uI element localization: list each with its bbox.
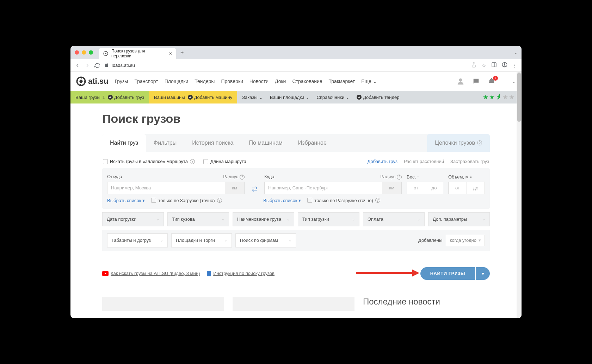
add-load-button[interactable]: +Добавить груз <box>108 95 144 100</box>
filter-dimensions[interactable]: Габариты и догруз⌄ <box>107 233 168 247</box>
filter-payment[interactable]: Оплата⌄ <box>363 212 425 226</box>
your-trucks-link[interactable]: Ваши машины <box>154 95 185 100</box>
close-window-button[interactable] <box>75 50 79 55</box>
volume-to-input[interactable] <box>467 182 485 194</box>
guide-link[interactable]: Инструкция по поиску грузов <box>207 271 275 276</box>
minimize-window-button[interactable] <box>82 50 86 55</box>
tab-favorites[interactable]: Избранное <box>290 134 334 152</box>
from-radius-input[interactable] <box>225 182 245 194</box>
star-off-icon: ★ <box>509 93 514 101</box>
chat-icon[interactable] <box>472 77 480 85</box>
svg-point-7 <box>459 79 462 82</box>
filter-load-date[interactable]: Дата погрузки⌄ <box>102 212 164 226</box>
weight-to-input[interactable] <box>425 182 443 194</box>
added-when-select[interactable]: когда угодно ▾ <box>446 235 485 246</box>
tab-find-load[interactable]: Найти груз <box>102 134 146 152</box>
site-header: ati.su Грузы Транспорт Площадки Тендеры … <box>70 72 522 91</box>
help-icon: ? <box>375 198 380 203</box>
header-actions: 7 ⌄ <box>457 77 516 85</box>
back-button[interactable] <box>75 63 80 68</box>
dirs-dropdown[interactable]: Справочники ⌄ <box>316 95 350 100</box>
address-field[interactable]: loads.ati.su <box>104 63 467 68</box>
nav-docs[interactable]: Доки <box>275 79 286 84</box>
page-title: Поиск грузов <box>102 112 490 126</box>
nav-sites[interactable]: Площадки <box>165 79 189 84</box>
main-nav: Грузы Транспорт Площадки Тендеры Проверк… <box>115 79 377 84</box>
user-icon[interactable] <box>457 77 464 85</box>
plus-icon: + <box>357 95 362 100</box>
add-tender-button[interactable]: +Добавить тендер <box>357 95 399 100</box>
filter-sites-auctions[interactable]: Площадки и Торги⌄ <box>171 233 232 247</box>
filter-loading-type[interactable]: Тип загрузки⌄ <box>298 212 359 226</box>
filter-extra-params[interactable]: Доп. параметры⌄ <box>428 212 490 226</box>
your-loads-link[interactable]: Ваши грузы 1 <box>75 95 105 100</box>
quick-links: Добавить груз Расчет расстояний Застрахо… <box>368 159 489 164</box>
profile-icon[interactable] <box>502 62 507 69</box>
news-heading: Последние новости <box>363 297 490 311</box>
new-tab-button[interactable]: + <box>180 49 184 56</box>
logo-text: ati.su <box>88 77 108 86</box>
swap-button[interactable]: ⇄ <box>249 185 259 193</box>
search-form: Искать грузы в «эллипсе» маршрута? Длина… <box>102 152 490 257</box>
to-radius-input[interactable] <box>382 182 402 194</box>
filter-body-type[interactable]: Тип кузова⌄ <box>167 212 229 226</box>
search-dropdown-button[interactable]: ▾ <box>476 267 490 280</box>
tab-chains[interactable]: Цепочки грузов? <box>427 134 490 152</box>
menu-icon[interactable]: ⋮ <box>512 63 517 68</box>
svg-point-1 <box>105 53 106 54</box>
ellipse-checkbox[interactable]: Искать грузы в «эллипсе» маршрута? <box>103 159 195 164</box>
scrollbar-thumb[interactable] <box>517 73 521 122</box>
only-unloading-checkbox[interactable]: только по Разгрузке (точно)? <box>307 198 380 203</box>
filter-by-company[interactable]: Поиск по фирмам⌄ <box>235 233 296 247</box>
share-icon[interactable] <box>471 62 477 69</box>
nav-more[interactable]: Еще ⌄ <box>361 79 377 84</box>
maximize-window-button[interactable] <box>89 50 93 55</box>
tab-title: Поиск грузов для перевозки <box>111 49 166 58</box>
from-select-list[interactable]: Выбрать список ▾ <box>107 198 145 203</box>
chevron-down-icon[interactable]: ⌄ <box>514 50 517 55</box>
nav-loads[interactable]: Грузы <box>115 79 128 84</box>
svg-marker-9 <box>412 269 419 276</box>
browser-tab[interactable]: Поиск грузов для перевозки × <box>99 48 176 59</box>
tab-filters[interactable]: Фильтры <box>146 134 184 152</box>
forward-button[interactable] <box>85 63 90 68</box>
volume-from-input[interactable] <box>448 182 467 194</box>
to-select-list[interactable]: Выбрать список ▾ <box>263 198 301 203</box>
content-placeholder <box>233 297 354 311</box>
only-loading-checkbox[interactable]: только по Загрузке (точно)? <box>151 198 222 203</box>
logo[interactable]: ati.su <box>76 76 108 86</box>
from-input[interactable] <box>107 182 225 194</box>
filter-cargo-name[interactable]: Наименование груза⌄ <box>233 212 294 226</box>
orders-dropdown[interactable]: Заказы ⌄ <box>242 95 263 100</box>
url-text: loads.ati.su <box>112 63 135 68</box>
your-sites-dropdown[interactable]: Ваши площадки ⌄ <box>270 95 310 100</box>
lock-icon <box>104 63 109 68</box>
youtube-icon <box>102 271 109 276</box>
bookmark-icon[interactable]: ☆ <box>482 63 486 68</box>
panel-icon[interactable] <box>491 62 497 69</box>
tab-history[interactable]: История поиска <box>184 134 241 152</box>
nav-tenders[interactable]: Тендеры <box>195 79 215 84</box>
help-icon: ? <box>240 175 245 180</box>
route-length-checkbox[interactable]: Длина маршрута <box>203 159 246 164</box>
nav-news[interactable]: Новости <box>249 79 269 84</box>
expand-chevron-icon[interactable]: ⌄ <box>512 79 516 84</box>
reload-button[interactable] <box>94 63 100 68</box>
rating-stars[interactable]: ★ ★ ⯨ ★ ★ <box>483 93 514 101</box>
weight-from-input[interactable] <box>407 182 425 194</box>
close-tab-icon[interactable]: × <box>169 51 172 56</box>
tab-by-truck[interactable]: По машинам <box>241 134 290 152</box>
add-truck-button[interactable]: +Добавить машину <box>188 95 233 100</box>
nav-truckmarket[interactable]: Тракмаркет <box>329 79 355 84</box>
nav-insurance[interactable]: Страхование <box>292 79 322 84</box>
distance-calc-link[interactable]: Расчет расстояний <box>404 159 444 164</box>
nav-checks[interactable]: Проверки <box>221 79 243 84</box>
notifications-icon[interactable]: 7 <box>488 77 495 85</box>
video-help-link[interactable]: Как искать грузы на ATI.SU (видео, 3 мин… <box>102 271 200 276</box>
to-input[interactable] <box>264 182 382 194</box>
add-load-link[interactable]: Добавить груз <box>368 159 397 164</box>
gray-segment: Заказы ⌄ Ваши площадки ⌄ Справочники ⌄ +… <box>237 91 404 103</box>
nav-transport[interactable]: Транспорт <box>134 79 158 84</box>
insure-link[interactable]: Застраховать груз <box>450 159 489 164</box>
search-button[interactable]: НАЙТИ ГРУЗЫ <box>420 267 475 280</box>
